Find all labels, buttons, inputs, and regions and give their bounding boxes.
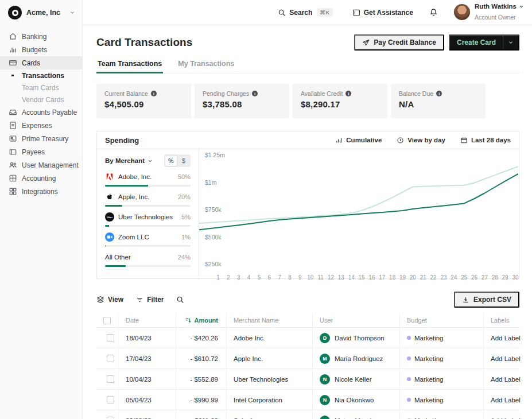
create-card-button[interactable]: Create Card [449, 34, 519, 51]
info-icon[interactable]: i [345, 91, 351, 96]
budget-dot [407, 356, 411, 360]
create-card-dropdown[interactable] [503, 36, 518, 49]
sidebar-item-transactions[interactable]: Transactions [0, 69, 82, 82]
table-row[interactable]: 10/04/23 - $552.89 Uber Technologies N N… [96, 369, 519, 390]
row-checkbox[interactable] [107, 334, 114, 342]
filter-button[interactable]: Filter [136, 296, 164, 304]
table-row[interactable]: 17/04/23 - $610.72 Apple Inc. M Maria Ro… [96, 348, 519, 369]
cell-date: 17/04/23 [118, 348, 176, 368]
view-button[interactable]: View [96, 296, 123, 304]
search-icon [176, 296, 184, 304]
user-initial-avatar: M [320, 416, 330, 419]
sidebar-item-accounts-payable[interactable]: Accounts Payable [0, 106, 82, 119]
column-labels[interactable]: Labels [483, 313, 532, 327]
column-amount[interactable]: Amount [176, 313, 226, 327]
transactions-tabs: Team Transactions My Transactions [96, 56, 519, 73]
search-shortcut: ⌘K [317, 8, 332, 17]
sidebar-item-team-cards[interactable]: Team Cards [0, 82, 82, 94]
chevron-down-icon [147, 158, 153, 164]
cumulative-toggle[interactable]: Cumulative [335, 137, 382, 144]
sidebar-item-integrations[interactable]: Integrations [0, 185, 82, 198]
sidebar-item-banking[interactable]: Banking [0, 30, 82, 43]
cell-date: 30/03/23 [118, 410, 176, 419]
sidebar-item-prime-treasury[interactable]: Prime Treasury [0, 132, 82, 145]
info-icon[interactable]: i [252, 91, 258, 96]
merchant-row-all-other[interactable]: All Other 24% [105, 252, 191, 267]
add-label-button[interactable]: Add Label [491, 397, 521, 404]
budget-dot [407, 377, 411, 381]
sidebar-item-user-management[interactable]: User Management [0, 158, 82, 172]
export-csv-button[interactable]: Export CSV [454, 292, 519, 308]
table-row[interactable]: 05/04/23 - $990.99 Intel Corporation N N… [96, 390, 519, 410]
cell-amount: - $420.26 [176, 328, 226, 348]
pay-credit-balance-button[interactable]: Pay Credit Balance [354, 34, 444, 51]
sidebar-item-expenses[interactable]: Expenses [0, 119, 82, 132]
merchant-row-apple-inc[interactable]: Apple, Inc. 20% [105, 192, 191, 207]
table-row[interactable]: 30/03/23 - $311.33 Salesforce M Mateo Mo… [96, 410, 519, 419]
info-icon[interactable]: i [151, 91, 157, 96]
merchant-progress-bar [105, 225, 191, 227]
sidebar-item-cards[interactable]: Cards [0, 56, 82, 69]
workspace-switcher[interactable]: Acme, Inc [0, 0, 82, 25]
view-by-day-toggle[interactable]: View by day [397, 137, 445, 144]
cell-amount: - $990.99 [176, 390, 226, 410]
spacer [8, 83, 17, 92]
percent-toggle-button[interactable]: % [165, 155, 177, 166]
merchant-row-adobe-inc[interactable]: Adobe, Inc. 50% [105, 172, 191, 187]
column-user[interactable]: User [312, 313, 399, 327]
clock-icon [397, 137, 404, 144]
y-axis-label: $500k [205, 234, 222, 240]
info-icon[interactable]: i [436, 91, 442, 96]
x-axis-label: 5 [258, 274, 261, 281]
table-search-button[interactable] [176, 296, 184, 304]
add-label-button[interactable]: Add Label [491, 417, 521, 419]
search-label: Search [289, 9, 312, 17]
table-row[interactable]: 18/04/23 - $420.26 Adobe Inc. D David Th… [96, 328, 519, 348]
cell-budget: Marketing [399, 369, 483, 389]
row-checkbox[interactable] [107, 417, 114, 419]
x-axis-label: 22 [430, 274, 437, 281]
cell-date: 18/04/23 [118, 328, 176, 348]
add-label-button[interactable]: Add Label [491, 335, 521, 342]
tab-team-transactions[interactable]: Team Transactions [96, 56, 163, 73]
sidebar-item-vendor-cards[interactable]: Vendor Cards [0, 94, 82, 106]
document-icon [8, 121, 17, 130]
row-checkbox[interactable] [107, 355, 114, 362]
add-label-button[interactable]: Add Label [491, 376, 521, 383]
notifications-button[interactable] [429, 8, 441, 17]
date-range-picker[interactable]: Last 28 days [460, 137, 511, 144]
user-initial-avatar: M [320, 354, 330, 364]
search-button[interactable]: Search ⌘K [278, 8, 332, 17]
select-all-checkbox[interactable] [103, 317, 111, 324]
user-menu[interactable]: Ruth Watkins Account Owner [454, 3, 524, 22]
tab-my-transactions[interactable]: My Transactions [177, 56, 235, 73]
dollar-toggle-button[interactable]: $ [177, 155, 190, 166]
x-axis-label: 2 [227, 274, 230, 281]
column-merchant-name[interactable]: Merchant Name [226, 313, 312, 327]
group-by-dropdown[interactable]: By Merchant [105, 157, 153, 164]
sidebar-item-accounting[interactable]: Accounting [0, 172, 82, 185]
budget-dot [407, 336, 411, 340]
balance-summary: Current Balance i $4,505.09 Pending Char… [96, 84, 519, 118]
sidebar-item-payees[interactable]: Payees [0, 145, 82, 158]
cell-merchant: Salesforce [226, 410, 312, 419]
sidebar-item-budgets[interactable]: Budgets [0, 43, 82, 56]
x-axis-label: 21 [420, 274, 426, 281]
merchant-row-uber-technologies[interactable]: Uber Uber Technologies 5% [105, 212, 191, 227]
column-budget[interactable]: Budget [399, 313, 483, 327]
row-checkbox[interactable] [107, 375, 114, 383]
percent-dollar-toggle: % $ [164, 154, 191, 167]
cell-amount: - $610.72 [176, 348, 226, 368]
main-area: Search ⌘K Get Assistance Ruth Watkins Ac… [83, 0, 532, 419]
x-axis-label: 11 [317, 274, 323, 281]
column-date[interactable]: Date [118, 313, 176, 327]
get-assistance-button[interactable]: Get Assistance [352, 9, 413, 17]
add-label-button[interactable]: Add Label [491, 355, 521, 362]
merchant-row-zoom-llc[interactable]: Zoom LLC 1% [105, 232, 191, 247]
row-checkbox[interactable] [107, 396, 114, 404]
user-role: Account Owner [475, 14, 516, 21]
zoom-logo [105, 232, 114, 242]
download-icon [462, 296, 469, 304]
app-root: Acme, Inc Banking Budgets Cards Transact… [0, 0, 532, 419]
users-icon [8, 161, 17, 170]
